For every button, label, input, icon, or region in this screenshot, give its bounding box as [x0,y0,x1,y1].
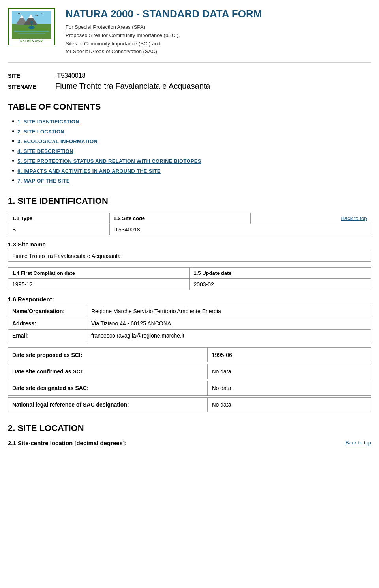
respondent-name-label: Name/Organisation: [8,305,87,317]
site-row: SITE IT5340018 [8,72,371,79]
sitename-table: Fiume Tronto tra Favalanciata e Acquasan… [8,250,371,262]
dates-table: 1.4 First Compilation date 1.5 Update da… [8,267,371,290]
sitename-row: SITENAME Fiume Tronto tra Favalanciata e… [8,82,371,91]
toc-link-6[interactable]: 6. IMPACTS AND ACTIVITIES IN AND AROUND … [17,168,161,174]
section2-heading: 2. SITE LOCATION [8,423,371,433]
toc-item-4[interactable]: 4. SITE DESCRIPTION [12,147,371,155]
field-13-value: Fiume Tronto tra Favalanciata e Acquasan… [8,250,371,262]
toc-item-6[interactable]: 6. IMPACTS AND ACTIVITIES IN AND AROUND … [12,167,371,175]
logo-text: NATURA 2000 [20,39,43,42]
toc-list: 1. SITE IDENTIFICATION 2. SITE LOCATION … [8,118,371,185]
toc-section: TABLE OF CONTENTS 1. SITE IDENTIFICATION… [8,102,371,185]
page-header: NATURA 2000 NATURA 2000 - STANDARD DATA … [8,8,371,63]
back-to-top-link-1[interactable]: Back to top [341,215,367,221]
sitename-value: Fiume Tronto tra Favalanciata e Acquasan… [55,82,210,91]
header-title-area: NATURA 2000 - STANDARD DATA FORM For Spe… [66,8,371,56]
date-sci-confirmed-value: No data [208,364,371,379]
toc-link-4[interactable]: 4. SITE DESCRIPTION [17,148,73,154]
national-legal-value: No data [208,398,371,412]
toc-link-7[interactable]: 7. MAP OF THE SITE [17,178,69,184]
subtitle: For Special Protection Areas (SPA), Prop… [66,23,371,56]
respondent-address-row: Address: Via Tiziano,44 - 60125 ANCONA [8,317,371,330]
toc-title: TABLE OF CONTENTS [8,102,371,112]
date-sci-confirmed-label: Date site confirmed as SCI: [8,364,208,379]
respondent-address-label: Address: [8,317,87,329]
svg-rect-9 [14,31,49,32]
date-sac-designated-label: Date site designated as SAC: [8,381,208,396]
site-label: SITE [8,73,55,79]
svg-point-6 [28,26,35,29]
main-title: NATURA 2000 - STANDARD DATA FORM [66,8,371,20]
toc-item-3[interactable]: 3. ECOLOGICAL INFORMATION [12,137,371,146]
svg-rect-10 [18,33,45,34]
site-value: IT5340018 [55,72,86,79]
natura-logo: NATURA 2000 [8,8,55,45]
toc-link-3[interactable]: 3. ECOLOGICAL INFORMATION [17,138,98,144]
field-11-value: B [8,224,110,235]
respondent-block: Name/Organisation: Regione Marche Serviz… [8,305,371,342]
toc-item-5[interactable]: 5. SITE PROTECTION STATUS AND RELATION W… [12,157,371,165]
svg-point-8 [30,21,33,23]
section2-sub21-label: 2.1 Site-centre location [decimal degree… [8,440,371,446]
date-sac-designated-table: Date site designated as SAC: No data [8,381,371,396]
sitename-label: SITENAME [8,84,55,90]
toc-link-5[interactable]: 5. SITE PROTECTION STATUS AND RELATION W… [17,158,201,164]
logo-svg [12,11,51,39]
section1-heading: 1. SITE IDENTIFICATION [8,196,371,206]
type-sitecode-table: 1.1 Type 1.2 Site code Back to top B IT5… [8,213,371,235]
date-sci-proposed-table: Date site proposed as SCI: 1995-06 [8,347,371,362]
field-14-label: 1.4 First Compilation date [8,268,190,279]
respondent-email-row: Email: francesco.ravaglia@regione.marche… [8,330,371,342]
date-sac-designated-value: No data [208,381,371,396]
national-legal-label: National legal reference of SAC designat… [8,398,208,412]
toc-link-1[interactable]: 1. SITE IDENTIFICATION [17,119,79,125]
section1: 1. SITE IDENTIFICATION 1.1 Type 1.2 Site… [8,196,371,412]
field-14-value: 1995-12 [8,279,190,290]
respondent-name-row: Name/Organisation: Regione Marche Serviz… [8,305,371,317]
national-legal-table: National legal reference of SAC designat… [8,397,371,412]
field-11-label: 1.1 Type [8,213,110,224]
respondent-name-value: Regione Marche Servizio Territorio Ambie… [87,305,371,317]
field-15-value: 2003-02 [190,279,371,290]
respondent-email-value: francesco.ravaglia@regione.marche.it [87,330,371,342]
field-13-label: 1.3 Site name [8,241,371,248]
logo-area: NATURA 2000 [8,8,59,45]
respondent-address-value: Via Tiziano,44 - 60125 ANCONA [87,317,371,329]
field-16-label: 1.6 Respondent: [8,296,371,302]
toc-item-1[interactable]: 1. SITE IDENTIFICATION [12,118,371,126]
date-sci-proposed-label: Date site proposed as SCI: [8,348,208,362]
field-15-label: 1.5 Update date [190,268,371,279]
date-sci-proposed-value: 1995-06 [208,348,371,362]
back-to-top-cell: Back to top [251,213,371,224]
field-12-label: 1.2 Site code [109,213,251,224]
section2: 2. SITE LOCATION Back to top 2.1 Site-ce… [8,423,371,449]
site-info: SITE IT5340018 SITENAME Fiume Tronto tra… [8,72,371,91]
toc-item-2[interactable]: 2. SITE LOCATION [12,127,371,136]
field-12-value: IT5340018 [109,224,371,235]
back-to-top-link-2[interactable]: Back to top [345,440,371,446]
section2-sub21-row: Back to top 2.1 Site-centre location [de… [8,440,371,449]
toc-item-7[interactable]: 7. MAP OF THE SITE [12,177,371,185]
toc-link-2[interactable]: 2. SITE LOCATION [17,129,64,134]
respondent-email-label: Email: [8,330,87,342]
date-sci-confirmed-table: Date site confirmed as SCI: No data [8,364,371,379]
